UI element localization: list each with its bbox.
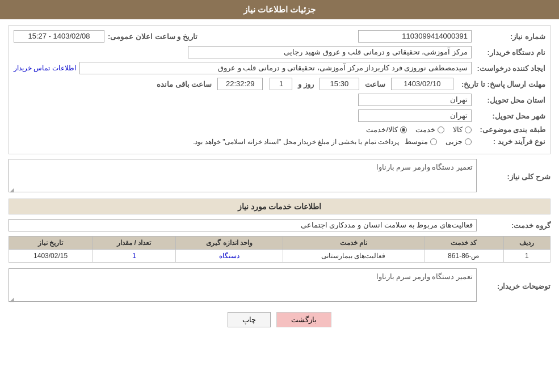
purchase-type-label: نوع فرآیند خرید : <box>472 137 545 146</box>
category-option-kala: کالا <box>453 125 472 134</box>
radio-jozii-label: جزیی <box>445 137 463 146</box>
row-need-description: شرح کلی نیاز: ◢ <box>9 159 550 194</box>
page-header: جزئیات اطلاعات نیاز <box>0 0 559 19</box>
services-section-title: اطلاعات خدمات مورد نیاز <box>9 199 550 214</box>
radio-jozii <box>465 138 472 145</box>
resize-icon-2: ◢ <box>10 296 14 302</box>
need-description-label: شرح کلی نیاز: <box>477 172 550 181</box>
radio-mottavaset <box>430 138 437 145</box>
row-need-number: شماره نیاز: 1103099414000391 تاریخ و ساع… <box>14 30 545 43</box>
col-service-name: نام خدمت <box>283 237 424 250</box>
cell-service-code: ص-86-861 <box>424 250 503 263</box>
buyer-notes-wrapper: ◢ <box>9 268 477 304</box>
creator-value: سیدمصطفی نوروزی فرد کاربرداز مرکز آموزشی… <box>79 62 472 74</box>
row-service-group: گروه خدمت: فعالیت‌های مربوط به سلامت انس… <box>9 219 550 231</box>
resize-icon: ◢ <box>10 187 14 193</box>
radio-kala-label: کالا <box>453 125 463 134</box>
send-time-label: ساعت <box>365 80 385 88</box>
row-province: استان محل تحویل: تهران <box>14 94 545 106</box>
row-category: طبقه بندی موضوعی: کالا خدمت کالا/خدمت <box>14 125 545 134</box>
page-title: جزئیات اطلاعات نیاز <box>243 5 316 14</box>
purchase-type-note: پرداخت تمام یا بخشی از مبلغ خریداز محل "… <box>193 138 399 146</box>
col-unit: واحد اندازه گیری <box>176 237 283 250</box>
radio-kala-khedmat-label: کالا/خدمت <box>366 125 398 134</box>
col-service-code: کد خدمت <box>424 237 503 250</box>
col-need-date: تاریخ نیاز <box>9 237 93 250</box>
need-number-label: شماره نیاز: <box>472 32 545 41</box>
row-city: شهر محل تحویل: تهران <box>14 109 545 122</box>
category-label: طبقه بندی موضوعی: <box>472 125 545 134</box>
row-buyer-notes: توضیحات خریدار: ◢ <box>9 268 550 304</box>
row-buyer-org: نام دستگاه خریدار: مرکز آموزشی، تحقیقاتی… <box>14 46 545 58</box>
need-description-textarea[interactable] <box>9 159 477 192</box>
print-button[interactable]: چاپ <box>228 312 271 327</box>
announcement-value: 1403/02/08 - 15:27 <box>14 30 104 43</box>
services-table: ردیف کد خدمت نام خدمت واحد اندازه گیری ت… <box>9 236 550 263</box>
buyer-org-value: مرکز آموزشی، تحقیقاتی و درمانی قلب و عرو… <box>188 46 472 58</box>
radio-kala-khedmat <box>400 127 407 133</box>
radio-khedmat <box>438 127 444 133</box>
send-date-label: مهلت ارسال پاسخ: تا تاریخ: <box>457 80 545 88</box>
cell-service-name: فعالیت‌های بیمارستانی <box>283 250 424 263</box>
need-number-value: 1103099414000391 <box>358 30 472 43</box>
purchase-type-options: جزیی متوسط <box>405 137 472 146</box>
send-date-value: 1403/02/10 <box>391 78 453 90</box>
category-option-kala-khedmat: کالا/خدمت <box>366 125 407 134</box>
cell-need-date: 1403/02/15 <box>9 250 93 263</box>
cell-unit: دستگاه <box>176 250 283 263</box>
purchase-type-jozii: جزیی <box>445 137 472 146</box>
back-button[interactable]: بازگشت <box>276 312 331 327</box>
send-day-value: 1 <box>270 78 292 90</box>
province-label: استان محل تحویل: <box>472 96 545 104</box>
row-purchase-type: نوع فرآیند خرید : جزیی متوسط پرداخت تمام… <box>14 137 545 146</box>
remaining-value: 22:32:29 <box>217 78 263 90</box>
creator-label: ایجاد کننده درخواست: <box>472 64 545 73</box>
radio-khedmat-label: خدمت <box>415 125 435 134</box>
table-row: 1 ص-86-861 فعالیت‌های بیمارستانی دستگاه … <box>9 250 550 263</box>
row-send-date: مهلت ارسال پاسخ: تا تاریخ: 1403/02/10 سا… <box>14 78 545 90</box>
send-day-label: روز و <box>298 80 314 88</box>
col-row-num: ردیف <box>503 237 550 250</box>
send-time-value: 15:30 <box>320 78 359 90</box>
buyer-notes-label: توضیحات خریدار: <box>477 282 550 290</box>
cell-quantity: 1 <box>93 250 176 263</box>
service-group-value: فعالیت‌های مربوط به سلامت انسان و مددکار… <box>9 219 477 231</box>
need-description-wrapper: ◢ <box>9 159 477 194</box>
service-group-label: گروه خدمت: <box>477 221 550 230</box>
contact-link[interactable]: اطلاعات تماس خریدار <box>14 64 76 72</box>
remaining-label: ساعت باقی مانده <box>157 80 212 88</box>
province-value: تهران <box>358 94 472 106</box>
col-quantity: تعداد / مقدار <box>93 237 176 250</box>
city-label: شهر محل تحویل: <box>472 112 545 120</box>
radio-mottavaset-label: متوسط <box>405 137 428 146</box>
city-value: تهران <box>358 109 472 122</box>
category-options: کالا خدمت کالا/خدمت <box>366 125 472 134</box>
buyer-notes-textarea[interactable] <box>9 268 477 302</box>
cell-row-num: 1 <box>503 250 550 263</box>
services-table-section: ردیف کد خدمت نام خدمت واحد اندازه گیری ت… <box>9 236 550 263</box>
purchase-type-mottavaset: متوسط <box>405 137 437 146</box>
row-creator: ایجاد کننده درخواست: سیدمصطفی نوروزی فرد… <box>14 62 545 74</box>
radio-kala <box>465 127 472 133</box>
main-info-section: شماره نیاز: 1103099414000391 تاریخ و ساع… <box>9 25 550 154</box>
buyer-org-label: نام دستگاه خریدار: <box>472 48 545 57</box>
button-bar: بازگشت چاپ <box>9 312 550 327</box>
category-option-khedmat: خدمت <box>415 125 444 134</box>
announcement-label: تاریخ و ساعت اعلان عمومی: <box>108 32 197 41</box>
